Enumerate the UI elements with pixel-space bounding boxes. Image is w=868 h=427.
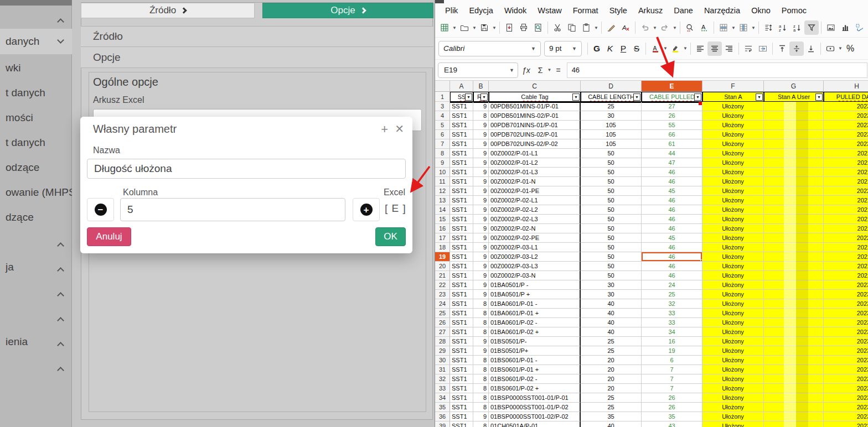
cell-C18[interactable]: 00Z0002/P-03-L1 xyxy=(489,243,581,252)
wizard-source-button[interactable]: Źródło xyxy=(81,3,255,18)
row-header-7[interactable]: 7 xyxy=(435,139,450,149)
cell-C32[interactable]: 01BS0601/P-02 - xyxy=(489,374,581,384)
cell-C25[interactable]: 01BA0601/P-01 + xyxy=(489,309,581,318)
cell-H4[interactable]: 2023-01-28 xyxy=(824,111,868,121)
cell-D8[interactable]: 50 xyxy=(581,149,642,158)
cell-H35[interactable]: 2023-05-31 xyxy=(824,403,868,412)
cell-G12[interactable] xyxy=(764,186,824,196)
align-left-icon[interactable] xyxy=(693,41,707,56)
cell-F30[interactable]: Ułożony xyxy=(702,356,764,365)
cell-C39[interactable]: 01CH0501A/P-01 xyxy=(489,421,581,427)
cell-H36[interactable]: 2023-06-01 xyxy=(824,412,868,421)
cell-D7[interactable]: 105 xyxy=(581,139,642,149)
header-cell-h[interactable]: PULLED DATE xyxy=(824,92,868,102)
cell-H27[interactable]: 2023-01-18 xyxy=(824,327,868,337)
column-header-h[interactable]: H xyxy=(824,81,868,92)
chevron-down-icon[interactable]: ▼ xyxy=(751,20,756,35)
bold-button[interactable]: G xyxy=(590,41,603,56)
cell-F16[interactable]: Ułożony xyxy=(702,224,764,233)
menu-widok[interactable]: Widok xyxy=(499,4,532,17)
row-header-4[interactable]: 4 xyxy=(435,111,450,121)
menu-edycja[interactable]: Edycja xyxy=(463,4,499,17)
cell-G32[interactable] xyxy=(764,374,824,384)
clear-formatting-icon[interactable]: A xyxy=(618,20,633,35)
cell-C9[interactable]: 00Z0002/P-01-L2 xyxy=(489,158,581,168)
row-header-9[interactable]: 9 xyxy=(435,158,450,168)
cell-G33[interactable] xyxy=(764,384,824,393)
row-header-19[interactable]: 19 xyxy=(435,252,450,262)
paste-icon[interactable] xyxy=(579,20,593,35)
cell-H26[interactable]: 2023-01-18 xyxy=(824,318,868,327)
cell-D39[interactable]: 40 xyxy=(581,421,642,427)
name-input[interactable]: Długość ułożona xyxy=(87,159,406,179)
cell-H9[interactable]: 2022-11-26 xyxy=(824,158,868,168)
cell-B20[interactable]: 9 xyxy=(473,262,489,271)
cell-G27[interactable] xyxy=(764,327,824,337)
row-header-6[interactable]: 6 xyxy=(435,130,450,139)
cell-E15[interactable]: 46 xyxy=(642,215,702,224)
cell-D10[interactable]: 50 xyxy=(581,168,642,177)
cell-D25[interactable]: 40 xyxy=(581,309,642,318)
cell-H16[interactable]: 2022-11-26 xyxy=(824,224,868,233)
menu-style[interactable]: Style xyxy=(604,4,633,17)
chevron-down-icon[interactable] xyxy=(57,37,64,44)
row-header-34[interactable]: 34 xyxy=(435,393,450,403)
menu-dane[interactable]: Dane xyxy=(668,4,699,17)
cell-F23[interactable]: Ułożony xyxy=(702,290,764,299)
cell-H31[interactable]: 2023-01-18 xyxy=(824,365,868,374)
cell-H6[interactable]: 2023-01-31 xyxy=(824,130,868,139)
header-cell-a[interactable]: SS▼ xyxy=(450,92,473,102)
chevron-down-icon[interactable]: ▼ xyxy=(593,20,599,35)
cell-E16[interactable]: 46 xyxy=(642,224,702,233)
cell-B5[interactable]: 9 xyxy=(473,121,489,130)
chevron-up-icon[interactable] xyxy=(57,317,64,324)
row-header-5[interactable]: 5 xyxy=(435,121,450,130)
cell-A32[interactable]: SST1 xyxy=(450,374,473,384)
clone-formatting-icon[interactable] xyxy=(604,20,618,35)
cell-E20[interactable]: 46 xyxy=(642,262,702,271)
cell-H28[interactable]: 2023-01-19 xyxy=(824,337,868,346)
autofilter-dropdown-icon[interactable]: ▼ xyxy=(465,93,472,101)
chevron-down-icon[interactable]: ▼ xyxy=(731,20,736,35)
sidebar-item-tdanych[interactable]: t danych xyxy=(0,134,72,151)
cell-H19[interactable]: 2022-11-26 xyxy=(824,252,868,262)
cell-G36[interactable] xyxy=(764,412,824,421)
save-icon[interactable] xyxy=(477,20,492,35)
cell-C26[interactable]: 01BA0601/P-02 - xyxy=(489,318,581,327)
cell-C17[interactable]: 00Z0002/P-02-PE xyxy=(489,233,581,243)
cell-G4[interactable] xyxy=(764,111,824,121)
insert-chart-icon[interactable] xyxy=(838,20,852,35)
accordion-source[interactable]: Źródło xyxy=(81,26,433,47)
cell-E31[interactable]: 7 xyxy=(642,365,702,374)
cell-F27[interactable]: Ułożony xyxy=(702,327,764,337)
cell-B12[interactable]: 9 xyxy=(473,186,489,196)
cell-F14[interactable]: Ułożony xyxy=(702,205,764,215)
cell-B22[interactable]: 9 xyxy=(473,280,489,290)
cell-H17[interactable]: 2022-12-21 xyxy=(824,233,868,243)
cell-B30[interactable]: 8 xyxy=(473,356,489,365)
cell-G6[interactable] xyxy=(764,130,824,139)
export-pdf-icon[interactable] xyxy=(502,20,516,35)
row-header-14[interactable]: 14 xyxy=(435,205,450,215)
autofilter-dropdown-icon[interactable]: ▼ xyxy=(480,93,488,101)
cell-F12[interactable]: Ułożony xyxy=(702,186,764,196)
row-header-3[interactable]: 3 xyxy=(435,102,450,111)
row-header-16[interactable]: 16 xyxy=(435,224,450,233)
row-header-27[interactable]: 27 xyxy=(435,327,450,337)
number-format-icon[interactable] xyxy=(823,41,838,56)
chevron-up-icon[interactable] xyxy=(57,242,64,249)
autofilter-dropdown-icon[interactable]: ▼ xyxy=(572,93,580,101)
cell-H15[interactable]: 2022-11-26 xyxy=(824,215,868,224)
cell-G28[interactable] xyxy=(764,337,824,346)
spelling-icon[interactable]: A xyxy=(697,20,711,35)
cell-A22[interactable]: SST1 xyxy=(450,280,473,290)
cell-C20[interactable]: 00Z0002/P-03-L3 xyxy=(489,262,581,271)
sidebar-item[interactable] xyxy=(0,309,72,325)
sidebar-item-danych[interactable]: danych xyxy=(0,29,72,54)
cell-H21[interactable]: 2022-11-26 xyxy=(824,271,868,280)
cell-A10[interactable]: SST1 xyxy=(450,168,473,177)
chevron-down-icon[interactable]: ▼ xyxy=(472,20,477,35)
row-header-8[interactable]: 8 xyxy=(435,149,450,158)
cell-B19[interactable]: 9 xyxy=(473,252,489,262)
align-center-icon[interactable] xyxy=(707,41,722,56)
